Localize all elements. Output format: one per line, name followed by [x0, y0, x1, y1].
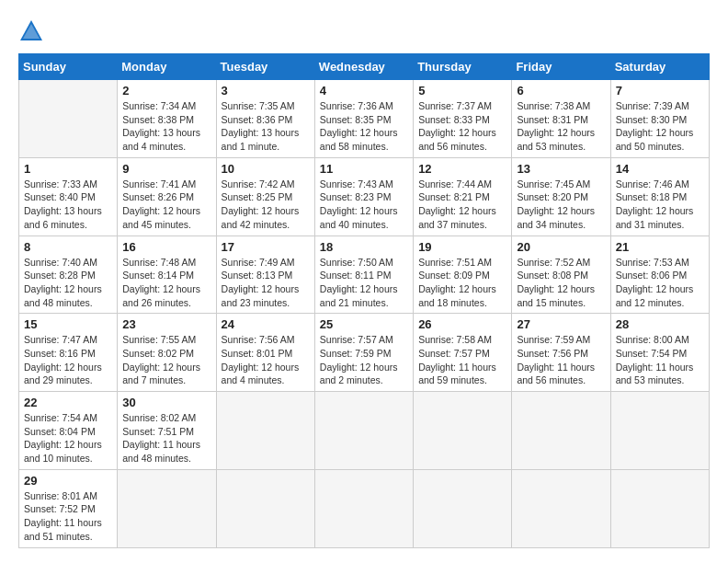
- weekday-header-monday: Monday: [118, 54, 216, 80]
- calendar-cell: 30Sunrise: 8:02 AMSunset: 7:51 PMDayligh…: [118, 392, 216, 470]
- calendar-cell: 21Sunrise: 7:53 AMSunset: 8:06 PMDayligh…: [610, 236, 709, 314]
- calendar-cell: [118, 469, 216, 547]
- day-detail: Sunrise: 7:39 AMSunset: 8:30 PMDaylight:…: [616, 99, 704, 154]
- day-detail: Sunrise: 7:36 AMSunset: 8:35 PMDaylight:…: [320, 99, 408, 154]
- logo: [18, 18, 48, 44]
- day-number: 25: [320, 317, 408, 331]
- calendar-cell: [314, 392, 413, 470]
- day-number: 26: [418, 317, 506, 331]
- calendar-cell: 3Sunrise: 7:35 AMSunset: 8:36 PMDaylight…: [216, 80, 314, 158]
- day-detail: Sunrise: 8:01 AMSunset: 7:52 PMDaylight:…: [24, 489, 112, 544]
- calendar-cell: [314, 469, 413, 547]
- day-detail: Sunrise: 7:48 AMSunset: 8:14 PMDaylight:…: [122, 256, 210, 310]
- day-number: 29: [24, 474, 112, 488]
- day-detail: Sunrise: 7:42 AMSunset: 8:25 PMDaylight:…: [222, 178, 310, 232]
- day-number: 14: [616, 162, 704, 176]
- day-detail: Sunrise: 7:44 AMSunset: 8:21 PMDaylight:…: [418, 178, 506, 232]
- calendar-week-5: 29Sunrise: 8:01 AMSunset: 7:52 PMDayligh…: [19, 469, 710, 547]
- day-detail: Sunrise: 7:38 AMSunset: 8:31 PMDaylight:…: [517, 99, 605, 154]
- calendar-week-3: 15Sunrise: 7:47 AMSunset: 8:16 PMDayligh…: [19, 314, 710, 392]
- day-detail: Sunrise: 7:33 AMSunset: 8:40 PMDaylight:…: [24, 178, 112, 232]
- calendar-cell: 24Sunrise: 7:56 AMSunset: 8:01 PMDayligh…: [216, 314, 314, 392]
- day-number: 23: [122, 317, 210, 331]
- calendar-cell: 22Sunrise: 7:54 AMSunset: 8:04 PMDayligh…: [19, 392, 118, 470]
- day-detail: Sunrise: 7:47 AMSunset: 8:16 PMDaylight:…: [24, 333, 112, 387]
- calendar-cell: 7Sunrise: 7:39 AMSunset: 8:30 PMDaylight…: [610, 80, 709, 158]
- calendar-cell: [414, 392, 512, 470]
- day-number: 11: [320, 162, 408, 176]
- day-detail: Sunrise: 7:43 AMSunset: 8:23 PMDaylight:…: [320, 178, 408, 232]
- day-number: 18: [320, 240, 408, 254]
- day-detail: Sunrise: 7:41 AMSunset: 8:26 PMDaylight:…: [122, 178, 210, 232]
- page-header: [18, 18, 710, 44]
- day-number: 4: [320, 84, 408, 98]
- calendar-cell: 23Sunrise: 7:55 AMSunset: 8:02 PMDayligh…: [118, 314, 216, 392]
- calendar-cell: 2Sunrise: 7:34 AMSunset: 8:38 PMDaylight…: [118, 80, 216, 158]
- day-number: 16: [122, 240, 210, 254]
- calendar-week-4: 22Sunrise: 7:54 AMSunset: 8:04 PMDayligh…: [19, 392, 710, 470]
- calendar-cell: 8Sunrise: 7:40 AMSunset: 8:28 PMDaylight…: [19, 236, 118, 314]
- day-detail: Sunrise: 8:00 AMSunset: 7:54 PMDaylight:…: [616, 333, 704, 387]
- calendar-table: SundayMondayTuesdayWednesdayThursdayFrid…: [18, 53, 710, 548]
- calendar-cell: 10Sunrise: 7:42 AMSunset: 8:25 PMDayligh…: [216, 157, 314, 236]
- calendar-week-2: 8Sunrise: 7:40 AMSunset: 8:28 PMDaylight…: [19, 236, 710, 314]
- day-number: 1: [24, 162, 112, 176]
- calendar-cell: [610, 392, 709, 470]
- day-detail: Sunrise: 7:58 AMSunset: 7:57 PMDaylight:…: [418, 333, 506, 387]
- calendar-cell: 6Sunrise: 7:38 AMSunset: 8:31 PMDaylight…: [512, 80, 610, 158]
- day-number: 13: [517, 162, 605, 176]
- day-number: 5: [418, 84, 506, 98]
- day-detail: Sunrise: 7:37 AMSunset: 8:33 PMDaylight:…: [418, 99, 506, 154]
- calendar-cell: 5Sunrise: 7:37 AMSunset: 8:33 PMDaylight…: [414, 80, 512, 158]
- day-number: 6: [517, 84, 605, 98]
- day-number: 21: [616, 240, 704, 254]
- day-detail: Sunrise: 7:49 AMSunset: 8:13 PMDaylight:…: [222, 256, 310, 310]
- day-number: 12: [418, 162, 506, 176]
- calendar-cell: 25Sunrise: 7:57 AMSunset: 7:59 PMDayligh…: [314, 314, 413, 392]
- calendar-cell: 12Sunrise: 7:44 AMSunset: 8:21 PMDayligh…: [414, 157, 512, 236]
- calendar-cell: 18Sunrise: 7:50 AMSunset: 8:11 PMDayligh…: [314, 236, 413, 314]
- logo-icon: [18, 18, 44, 44]
- day-number: 9: [122, 162, 210, 176]
- weekday-header-sunday: Sunday: [19, 54, 118, 80]
- weekday-header-saturday: Saturday: [610, 54, 709, 80]
- calendar-cell: 19Sunrise: 7:51 AMSunset: 8:09 PMDayligh…: [414, 236, 512, 314]
- day-detail: Sunrise: 7:54 AMSunset: 8:04 PMDaylight:…: [24, 411, 112, 465]
- day-number: 17: [222, 240, 310, 254]
- day-number: 19: [418, 240, 506, 254]
- calendar-cell: 13Sunrise: 7:45 AMSunset: 8:20 PMDayligh…: [512, 157, 610, 236]
- day-detail: Sunrise: 7:53 AMSunset: 8:06 PMDaylight:…: [616, 256, 704, 310]
- calendar-week-0: 2Sunrise: 7:34 AMSunset: 8:38 PMDaylight…: [19, 80, 710, 158]
- day-detail: Sunrise: 7:52 AMSunset: 8:08 PMDaylight:…: [517, 256, 605, 310]
- weekday-header-thursday: Thursday: [414, 54, 512, 80]
- day-detail: Sunrise: 7:51 AMSunset: 8:09 PMDaylight:…: [418, 256, 506, 310]
- weekday-header-friday: Friday: [512, 54, 610, 80]
- calendar-cell: [512, 469, 610, 547]
- day-number: 28: [616, 317, 704, 331]
- calendar-cell: [512, 392, 610, 470]
- day-detail: Sunrise: 7:50 AMSunset: 8:11 PMDaylight:…: [320, 256, 408, 310]
- day-detail: Sunrise: 8:02 AMSunset: 7:51 PMDaylight:…: [122, 411, 210, 465]
- day-detail: Sunrise: 7:56 AMSunset: 8:01 PMDaylight:…: [222, 333, 310, 387]
- day-detail: Sunrise: 7:46 AMSunset: 8:18 PMDaylight:…: [616, 178, 704, 232]
- day-number: 30: [122, 396, 210, 409]
- calendar-cell: 26Sunrise: 7:58 AMSunset: 7:57 PMDayligh…: [414, 314, 512, 392]
- calendar-cell: [216, 392, 314, 470]
- calendar-cell: 4Sunrise: 7:36 AMSunset: 8:35 PMDaylight…: [314, 80, 413, 158]
- day-detail: Sunrise: 7:45 AMSunset: 8:20 PMDaylight:…: [517, 178, 605, 232]
- weekday-header-wednesday: Wednesday: [314, 54, 413, 80]
- calendar-cell: 16Sunrise: 7:48 AMSunset: 8:14 PMDayligh…: [118, 236, 216, 314]
- calendar-cell: 29Sunrise: 8:01 AMSunset: 7:52 PMDayligh…: [19, 469, 118, 547]
- day-number: 10: [222, 162, 310, 176]
- calendar-cell: [19, 80, 118, 158]
- day-number: 22: [24, 396, 112, 409]
- day-detail: Sunrise: 7:34 AMSunset: 8:38 PMDaylight:…: [122, 99, 210, 154]
- day-number: 20: [517, 240, 605, 254]
- day-detail: Sunrise: 7:40 AMSunset: 8:28 PMDaylight:…: [24, 256, 112, 310]
- calendar-cell: 20Sunrise: 7:52 AMSunset: 8:08 PMDayligh…: [512, 236, 610, 314]
- day-detail: Sunrise: 7:35 AMSunset: 8:36 PMDaylight:…: [222, 99, 310, 154]
- calendar-cell: 17Sunrise: 7:49 AMSunset: 8:13 PMDayligh…: [216, 236, 314, 314]
- calendar-cell: [216, 469, 314, 547]
- calendar-cell: 11Sunrise: 7:43 AMSunset: 8:23 PMDayligh…: [314, 157, 413, 236]
- calendar-cell: 9Sunrise: 7:41 AMSunset: 8:26 PMDaylight…: [118, 157, 216, 236]
